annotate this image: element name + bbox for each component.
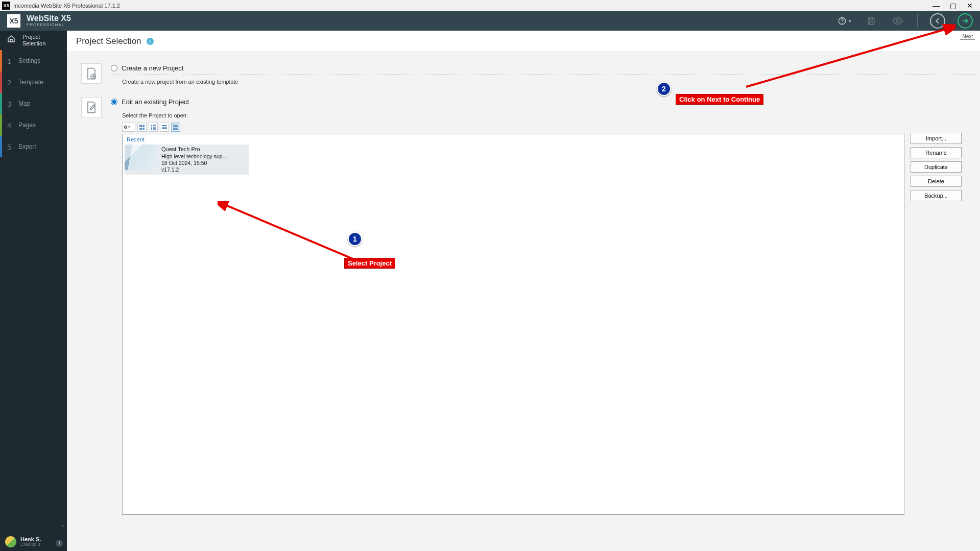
step-number: 1 [7, 57, 11, 65]
project-name: Quest Tech Pro [161, 146, 227, 153]
user-name: Henk S. [20, 536, 41, 542]
svg-point-1 [842, 23, 843, 23]
sidebar-item-label: Template [18, 79, 43, 86]
sidebar-item-project-selection[interactable]: Project Selection [0, 31, 67, 50]
group-recent: Recent [123, 134, 904, 143]
sidebar-item-pages[interactable]: 4 Pages [0, 114, 67, 136]
info-icon[interactable]: i [56, 540, 63, 547]
brand-name: WebSite X5 [27, 14, 71, 23]
project-desc: High level technology sup... [161, 153, 227, 160]
project-thumbnail [125, 145, 158, 170]
radio-edit-existing-input[interactable] [111, 99, 117, 105]
svg-rect-2 [870, 22, 873, 25]
backup-button[interactable]: Backup... [911, 190, 962, 201]
next-button[interactable] [958, 13, 973, 29]
annotation-badge-2: 2 [657, 82, 671, 96]
maximize-button[interactable]: ▢ [950, 2, 957, 10]
view-large-icons[interactable] [137, 123, 147, 132]
create-from-template-link[interactable]: Create a new project from an existing te… [122, 79, 975, 85]
step-number: 3 [7, 100, 11, 108]
option-edit-existing: Edit an existing Project Select the Proj… [81, 97, 975, 515]
radio-create-new-input[interactable] [111, 65, 117, 71]
minimize-button[interactable]: — [933, 2, 940, 10]
annotation-label-1: Select Project [344, 258, 395, 269]
edit-project-icon [81, 97, 102, 117]
close-button[interactable]: ✕ [967, 2, 973, 10]
rename-button[interactable]: Rename [911, 147, 962, 158]
sidebar-item-export[interactable]: 5 Export [0, 136, 67, 157]
annotation-label-2: Click on Next to Continue [676, 94, 763, 105]
brand-edition: PROFESSIONAL [27, 23, 71, 27]
select-project-label: Select the Project to open: [122, 112, 975, 118]
home-icon [7, 35, 15, 44]
sidebar-item-label: Map [18, 100, 30, 107]
brand-logo: X5 [7, 14, 20, 28]
sidebar-item-map[interactable]: 3 Map [0, 93, 67, 114]
view-toolbar: ⚙▾ [122, 123, 904, 132]
page-title: Project Selection [76, 36, 141, 46]
view-details[interactable] [171, 123, 180, 132]
project-list[interactable]: Recent Quest Tech Pro High level technol… [122, 134, 904, 515]
project-version: v17.1.2 [161, 166, 227, 173]
annotation-badge-1: 1 [348, 232, 362, 246]
preview-icon[interactable] [891, 14, 905, 28]
radio-label: Create a new Project [122, 64, 183, 72]
import-button[interactable]: Import... [911, 133, 962, 144]
project-date: 18 Oct 2024, 15:50 [161, 160, 227, 166]
sidebar-item-label: Settings [18, 57, 40, 64]
sort-dropdown[interactable]: ⚙▾ [122, 123, 135, 132]
header-divider [917, 14, 918, 28]
step-number: 2 [7, 78, 11, 87]
sidebar-item-label: Export [18, 143, 36, 150]
sidebar-item-settings[interactable]: 1 Settings [0, 50, 67, 71]
help-dropdown[interactable]: ▼ [838, 14, 852, 28]
save-icon[interactable] [864, 14, 878, 28]
view-small-icons[interactable] [149, 123, 158, 132]
info-icon[interactable]: i [147, 38, 154, 45]
window-titlebar: X5 Incomedia WebSite X5 Professional 17.… [0, 0, 980, 11]
back-button[interactable] [930, 13, 945, 29]
app-header: X5 WebSite X5 PROFESSIONAL ▼ [0, 11, 980, 31]
step-sidebar: Project Selection 1 Settings 2 Template … [0, 31, 67, 551]
svg-point-3 [896, 19, 899, 22]
next-label: Next [960, 31, 975, 40]
duplicate-button[interactable]: Duplicate [911, 161, 962, 173]
window-title: Incomedia WebSite X5 Professional 17.1.2 [13, 3, 933, 9]
delete-button[interactable]: Delete [911, 176, 962, 187]
app-icon: X5 [2, 2, 10, 10]
project-card[interactable]: Quest Tech Pro High level technology sup… [125, 145, 249, 175]
view-list[interactable] [160, 123, 169, 132]
sidebar-item-label: Pages [18, 122, 36, 129]
avatar [5, 536, 16, 547]
radio-label: Edit an existing Project [122, 98, 189, 106]
new-project-icon [81, 63, 102, 84]
user-credits: Credits: 0 [20, 542, 41, 547]
radio-edit-existing[interactable]: Edit an existing Project [111, 98, 975, 106]
user-panel[interactable]: Henk S. Credits: 0 i [0, 532, 67, 551]
content-area: Next Project Selection i Create a new Pr… [67, 31, 980, 551]
step-number: 5 [7, 142, 11, 151]
sidebar-collapse-icon[interactable]: ‹ [62, 522, 64, 529]
sidebar-item-template[interactable]: 2 Template [0, 71, 67, 93]
option-create-new: Create a new Project Create a new projec… [81, 63, 975, 85]
radio-create-new[interactable]: Create a new Project [111, 64, 975, 72]
step-number: 4 [7, 121, 11, 130]
sidebar-item-label: Project Selection [22, 34, 45, 47]
project-actions: Import... Rename Duplicate Delete Backup… [911, 133, 962, 515]
page-header: Project Selection i [67, 31, 980, 52]
brand-title: WebSite X5 PROFESSIONAL [27, 14, 71, 27]
